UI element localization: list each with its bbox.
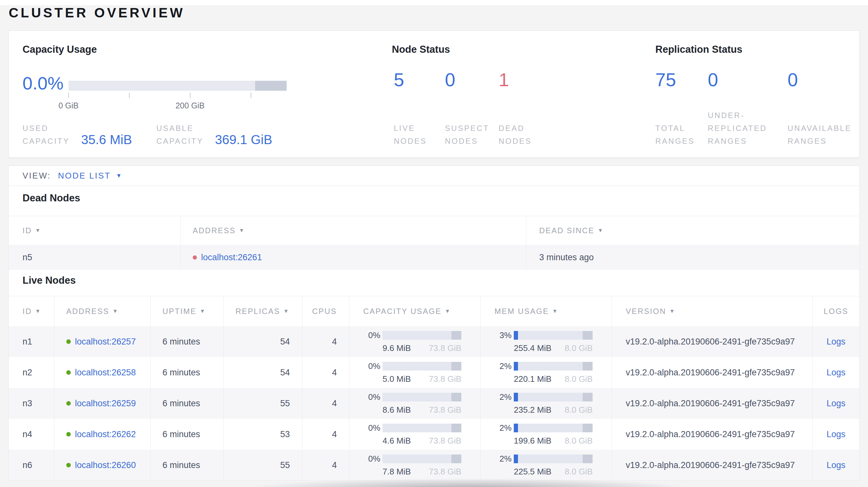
node-status-title: Node Status xyxy=(392,44,450,55)
column-header-replicas[interactable]: REPLICAS▼ xyxy=(223,296,302,326)
column-header-label: REPLICAS xyxy=(236,307,280,316)
column-header-uptime[interactable]: UPTIME▼ xyxy=(150,296,223,326)
column-header-cpus: CPUS xyxy=(302,296,349,326)
capacity-usage-bar: 0 GiB200 GiB xyxy=(68,81,287,117)
capacity-usage-cell: 0%7.8 MiB73.8 GiB xyxy=(349,450,480,481)
mem-usage-values: 199.6 MiB8.0 GiB xyxy=(514,436,593,446)
capacity-usage-bar xyxy=(382,331,461,340)
axis-tick xyxy=(251,93,251,98)
dead-nodes-heading: Dead Nodes xyxy=(23,192,80,204)
node-replicas: 54 xyxy=(223,326,302,357)
total-ranges-label: TOTAL RANGES xyxy=(655,122,694,148)
mem-usage-bar-reserved-segment xyxy=(583,424,593,432)
capacity-usage-used-value: 7.8 MiB xyxy=(382,467,411,477)
mem-usage-total-value: 8.0 GiB xyxy=(565,343,593,353)
capacity-usage-percent: 0% xyxy=(359,423,380,433)
usable-capacity-label: USABLE CAPACITY xyxy=(156,122,203,148)
node-address-cell: localhost:26258 xyxy=(54,357,150,388)
mem-usage-percent: 2% xyxy=(490,454,512,464)
mem-usage-bar-fill xyxy=(514,424,518,432)
table-row: n6localhost:262606 minutes5540%7.8 MiB73… xyxy=(9,450,859,481)
sort-arrow-icon: ▼ xyxy=(35,227,41,234)
stat-label-line: UNAVAILABLE xyxy=(787,122,851,135)
column-header-dead-since[interactable]: DEAD SINCE ▼ xyxy=(526,216,859,245)
mem-usage-bar-fill xyxy=(514,331,518,340)
usable-capacity-stat: USABLE CAPACITY 369.1 GiB xyxy=(156,122,272,148)
node-address-link[interactable]: localhost:26259 xyxy=(75,398,136,409)
node-id: n6 xyxy=(9,450,54,481)
capacity-usage-percent: 0% xyxy=(359,454,380,464)
capacity-usage-bar-line: 0% xyxy=(359,423,461,433)
logs-link[interactable]: Logs xyxy=(827,460,845,470)
column-header-id[interactable]: ID▼ xyxy=(9,296,54,326)
dead-nodes-header-row: ID ▼ ADDRESS ▼ DEAD SINCE ▼ xyxy=(9,216,859,245)
node-id: n3 xyxy=(9,388,54,419)
mem-usage-cell: 2%199.6 MiB8.0 GiB xyxy=(480,419,612,450)
column-header-address[interactable]: ADDRESS ▼ xyxy=(181,216,526,245)
node-uptime: 6 minutes xyxy=(150,357,223,388)
capacity-percent: 0.0% xyxy=(23,73,64,94)
column-header-label: ID xyxy=(23,307,32,316)
sort-arrow-icon: ▼ xyxy=(283,308,289,315)
column-header-version[interactable]: VERSION▼ xyxy=(612,296,812,326)
mem-usage-values: 220.1 MiB8.0 GiB xyxy=(514,374,593,384)
dead-status-icon xyxy=(193,255,197,260)
node-id: n1 xyxy=(9,326,54,357)
column-header-id[interactable]: ID ▼ xyxy=(9,216,181,245)
mem-usage-bar-line: 3% xyxy=(490,330,593,340)
node-replicas: 55 xyxy=(223,388,302,419)
live-status-icon xyxy=(66,339,71,344)
node-version: v19.2.0-alpha.20190606-2491-gfe735c9a97 xyxy=(626,398,795,409)
column-header-label: ADDRESS xyxy=(193,226,236,235)
capacity-usage-cell: 0%8.6 MiB73.8 GiB xyxy=(349,388,480,419)
capacity-usage-total-value: 73.8 GiB xyxy=(429,405,461,415)
mem-usage-used-value: 255.4 MiB xyxy=(514,343,551,353)
capacity-usage-bar-reserved-segment xyxy=(452,393,461,401)
node-address-link[interactable]: localhost:26260 xyxy=(75,460,136,470)
sort-arrow-icon: ▼ xyxy=(35,308,41,315)
node-list-dropdown[interactable]: NODE LIST ▼ xyxy=(58,171,122,181)
table-row: n4localhost:262626 minutes5340%4.6 MiB73… xyxy=(9,419,859,450)
node-address-link[interactable]: localhost:26257 xyxy=(75,337,136,347)
capacity-usage-used-value: 5.0 MiB xyxy=(382,374,411,384)
capacity-usage-cell: 0%5.0 MiB73.8 GiB xyxy=(349,357,480,388)
column-header-address[interactable]: ADDRESS▼ xyxy=(54,296,150,326)
unavailable-ranges-count: 0 xyxy=(787,69,798,90)
capacity-usage-bar xyxy=(382,424,461,432)
view-label: VIEW: xyxy=(23,171,51,181)
capacity-usage-title: Capacity Usage xyxy=(23,44,97,55)
node-cpus: 4 xyxy=(302,357,349,388)
capacity-usage-total-value: 73.8 GiB xyxy=(429,436,461,446)
node-uptime: 6 minutes xyxy=(150,450,223,481)
live-status-icon xyxy=(66,370,71,375)
column-header-label: ID xyxy=(23,226,32,235)
mem-usage-values: 235.2 MiB8.0 GiB xyxy=(514,405,593,415)
chevron-down-icon: ▼ xyxy=(116,172,122,179)
node-id: n4 xyxy=(9,419,54,450)
capacity-usage-bar-reserved-segment xyxy=(452,331,461,340)
dead-nodes-label: DEAD NODES xyxy=(499,122,532,148)
mem-usage-bar-fill xyxy=(514,455,518,463)
stat-label-line: LIVE xyxy=(394,122,427,135)
column-header-label: CAPACITY USAGE xyxy=(363,307,442,316)
mem-usage-bar xyxy=(514,362,593,370)
mem-usage-bar-fill xyxy=(514,393,518,401)
node-address-link[interactable]: localhost:26261 xyxy=(201,253,262,262)
logs-link[interactable]: Logs xyxy=(827,368,845,378)
column-header-label: ADDRESS xyxy=(66,307,110,316)
column-header-mem-usage[interactable]: MEM USAGE▼ xyxy=(480,296,612,326)
column-header-capacity-usage[interactable]: CAPACITY USAGE▼ xyxy=(349,296,480,326)
live-nodes-header-row: ID▼ADDRESS▼UPTIME▼REPLICAS▼CPUSCAPACITY … xyxy=(9,296,859,326)
node-version-cell: v19.2.0-alpha.20190606-2491-gfe735c9a97 xyxy=(612,388,812,419)
logs-link[interactable]: Logs xyxy=(827,398,845,409)
column-header-label: VERSION xyxy=(626,307,666,316)
logs-link[interactable]: Logs xyxy=(827,337,845,347)
node-address-link[interactable]: localhost:26258 xyxy=(75,368,136,378)
capacity-usage-bar-line: 0% xyxy=(359,330,461,340)
live-status-icon xyxy=(66,401,71,405)
logs-link[interactable]: Logs xyxy=(827,429,845,440)
capacity-usage-percent: 0% xyxy=(359,361,380,371)
node-address-link[interactable]: localhost:26262 xyxy=(75,429,136,440)
node-version: v19.2.0-alpha.20190606-2491-gfe735c9a97 xyxy=(626,337,795,347)
column-header-label: DEAD SINCE xyxy=(539,226,594,235)
